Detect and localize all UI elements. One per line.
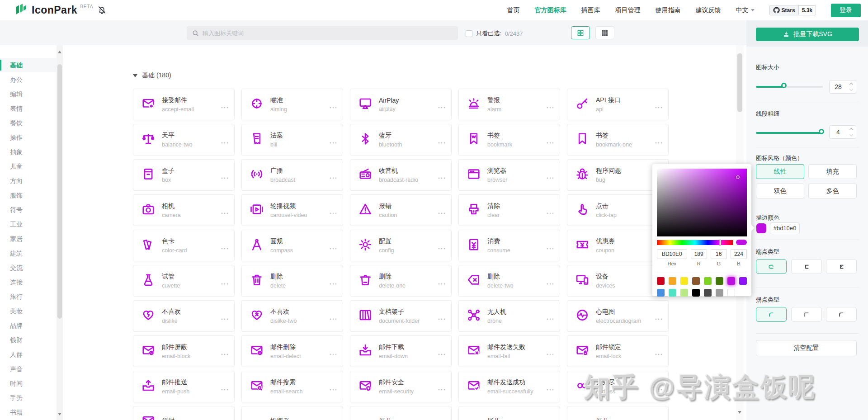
sidebar-category-0[interactable]: 基础 — [0, 58, 63, 72]
icon-card[interactable]: 配置config — [350, 230, 452, 261]
cap-type-option-0[interactable] — [756, 259, 787, 274]
cap-type-option-2[interactable] — [826, 259, 857, 274]
icon-card[interactable]: 相机camera — [133, 194, 235, 226]
stroke-width-slider[interactable] — [756, 132, 823, 134]
more-menu-icon[interactable] — [221, 103, 229, 111]
scroll-down-icon[interactable] — [58, 413, 61, 415]
grid-scroll-thumb[interactable] — [737, 53, 742, 112]
more-menu-icon[interactable] — [221, 208, 229, 217]
preset-color-b8e986[interactable] — [680, 289, 688, 297]
more-menu-icon[interactable] — [329, 173, 337, 181]
icon-card[interactable]: 邮件锁定email-lock — [567, 335, 669, 367]
more-menu-icon[interactable] — [655, 314, 663, 322]
icon-card[interactable]: 信封 — [133, 406, 235, 420]
icon-card[interactable]: 消费consume — [458, 230, 560, 261]
notification-bell-off-icon[interactable] — [97, 5, 107, 17]
logo[interactable]: IconPark BETA — [15, 3, 94, 17]
hue-slider[interactable] — [657, 240, 733, 245]
more-menu-icon[interactable] — [329, 314, 337, 322]
search-box[interactable] — [187, 26, 458, 40]
grid-section-header[interactable]: 基础 (180) — [133, 71, 171, 80]
saturation-cursor[interactable] — [736, 175, 740, 179]
style-option-1[interactable]: 填充 — [808, 164, 857, 179]
icon-card[interactable]: 不喜欢dislike-two — [241, 300, 343, 332]
preset-color-f8e71c[interactable] — [680, 277, 688, 285]
preset-color-4a4a4a[interactable] — [704, 289, 712, 297]
icon-card[interactable]: 广播broadcast — [241, 159, 343, 191]
more-menu-icon[interactable] — [221, 349, 229, 358]
preset-color-7ed321[interactable] — [704, 277, 712, 285]
preset-color-8b572a[interactable] — [692, 277, 700, 285]
icon-card[interactable]: 蓝牙bluetooth — [350, 124, 452, 156]
icon-card[interactable]: 邮件推送email-push — [133, 371, 235, 402]
stroke-color-swatch[interactable] — [756, 223, 766, 233]
icon-card[interactable]: 报错caution — [350, 194, 452, 226]
icon-card[interactable]: 邮件发送失败email-fail — [458, 335, 560, 367]
icon-card[interactable]: AirPlayairplay — [350, 89, 452, 120]
stroke-color-hex[interactable]: #bd10e0 — [770, 222, 800, 234]
more-menu-icon[interactable] — [438, 208, 446, 217]
cap-type-option-1[interactable] — [791, 259, 822, 274]
more-menu-icon[interactable] — [546, 103, 554, 111]
preset-color-f5a623[interactable] — [669, 277, 676, 285]
preset-color-50e3c2[interactable] — [669, 289, 676, 297]
more-menu-icon[interactable] — [329, 138, 337, 146]
icon-card[interactable]: 警报alarm — [458, 89, 560, 120]
sidebar-category-1[interactable]: 办公 — [0, 72, 63, 87]
icon-card[interactable]: 接受邮件accept-email — [133, 89, 235, 120]
icon-size-input[interactable]: 28 — [829, 80, 856, 94]
stroke-width-slider-knob[interactable] — [819, 129, 824, 134]
icon-card[interactable]: API 接口api — [567, 89, 669, 120]
more-menu-icon[interactable] — [438, 103, 446, 111]
sidebar-category-23[interactable]: 手势 — [0, 391, 63, 405]
clear-config-button[interactable]: 清空配置 — [756, 340, 857, 356]
only-selected-checkbox[interactable] — [466, 30, 472, 37]
icon-card[interactable]: 书签bookmark-one — [567, 124, 669, 156]
sidebar-category-16[interactable]: 旅行 — [0, 289, 63, 304]
sidebar-category-3[interactable]: 表情 — [0, 101, 63, 116]
icon-card[interactable]: 天平balance-two — [133, 124, 235, 156]
icon-card[interactable]: 展开 — [350, 406, 452, 420]
step-down-icon[interactable] — [849, 87, 853, 91]
icon-card[interactable]: 浏览器browser — [458, 159, 560, 191]
more-menu-icon[interactable] — [329, 279, 337, 287]
corner-type-option-2[interactable] — [826, 307, 857, 322]
sidebar-category-12[interactable]: 家居 — [0, 231, 63, 246]
step-up-icon[interactable] — [849, 83, 853, 86]
more-menu-icon[interactable] — [655, 103, 663, 111]
more-menu-icon[interactable] — [221, 385, 229, 393]
step-down-icon[interactable] — [849, 132, 853, 136]
nav-item-5[interactable]: 建议反馈 — [696, 6, 721, 14]
icon-size-slider[interactable] — [756, 86, 823, 88]
hue-cursor[interactable] — [719, 240, 721, 245]
more-menu-icon[interactable] — [221, 244, 229, 252]
preset-color-417505[interactable] — [716, 277, 723, 285]
icon-card[interactable]: 色卡color-card — [133, 230, 235, 261]
more-menu-icon[interactable] — [655, 349, 663, 358]
more-menu-icon[interactable] — [221, 279, 229, 287]
more-menu-icon[interactable] — [438, 349, 446, 358]
icon-size-stepper[interactable] — [847, 80, 856, 93]
sidebar-category-2[interactable]: 编辑 — [0, 87, 63, 101]
more-menu-icon[interactable] — [438, 173, 446, 181]
more-menu-icon[interactable] — [438, 138, 446, 146]
preset-color-9b9b9b[interactable] — [716, 289, 723, 297]
icon-card[interactable]: 删除delete-one — [350, 265, 452, 297]
more-menu-icon[interactable] — [546, 314, 554, 322]
icon-card[interactable]: 收音机broadcast-radio — [350, 159, 452, 191]
icon-card[interactable]: 无穷尽endless — [567, 371, 669, 402]
more-menu-icon[interactable] — [221, 138, 229, 146]
step-up-icon[interactable] — [849, 128, 853, 132]
icon-card[interactable]: 文档架子document-folder — [350, 300, 452, 332]
nav-item-1[interactable]: 官方图标库 — [535, 6, 566, 14]
more-menu-icon[interactable] — [329, 385, 337, 393]
sidebar-category-6[interactable]: 抽象 — [0, 145, 63, 159]
icon-card[interactable]: 邮件发送成功email-successfully — [458, 371, 560, 402]
icon-card[interactable]: 清除clear — [458, 194, 560, 226]
batch-download-svg-button[interactable]: 批量下载SVG — [756, 28, 859, 41]
r-input[interactable] — [691, 249, 707, 259]
b-input[interactable] — [731, 249, 747, 259]
more-menu-icon[interactable] — [655, 138, 663, 146]
sidebar-category-14[interactable]: 交流 — [0, 260, 63, 275]
icon-card[interactable]: 心电图electrocardiogram — [567, 300, 669, 332]
